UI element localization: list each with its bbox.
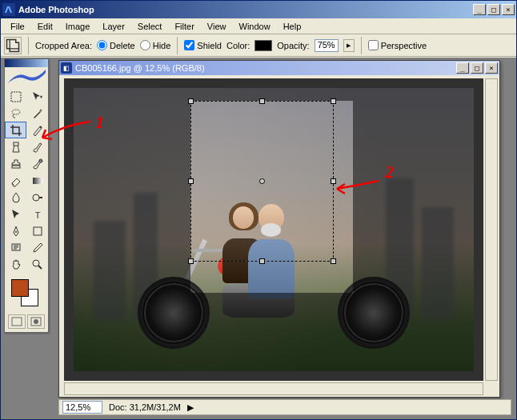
path-selection-tool[interactable] bbox=[5, 206, 26, 222]
svg-point-7 bbox=[33, 194, 39, 201]
cropped-area-hide[interactable]: Hide bbox=[140, 40, 171, 50]
crop-shield-bottom bbox=[64, 293, 483, 381]
foreground-color[interactable] bbox=[11, 279, 29, 297]
status-bar: 12,5% Doc: 31,2M/31,2M ▶ bbox=[58, 399, 511, 415]
opacity-stepper[interactable]: ▶ bbox=[343, 39, 355, 52]
gradient-tool[interactable] bbox=[26, 172, 48, 189]
workspace: T ◧ CB005166.jpg @ 12,5% (RGB/8) bbox=[1, 58, 516, 419]
crop-handle-bc[interactable] bbox=[259, 258, 265, 264]
menubar: File Edit Image Layer Select Filter View… bbox=[1, 18, 516, 34]
document-title: CB005166.jpg @ 12,5% (RGB/8) bbox=[75, 63, 456, 73]
window-button-group: _ □ × bbox=[473, 4, 515, 15]
crop-handle-tr[interactable] bbox=[331, 98, 336, 104]
crop-handle-br[interactable] bbox=[331, 258, 336, 264]
document-titlebar[interactable]: ◧ CB005166.jpg @ 12,5% (RGB/8) _ □ × bbox=[59, 61, 499, 75]
crop-shield-top bbox=[64, 78, 483, 101]
slice-tool[interactable] bbox=[26, 122, 48, 138]
svg-rect-0 bbox=[2, 3, 15, 16]
eraser-tool[interactable] bbox=[5, 172, 26, 189]
zoom-tool[interactable] bbox=[26, 256, 48, 273]
svg-point-9 bbox=[15, 231, 17, 233]
horizontal-scrollbar[interactable] bbox=[64, 382, 483, 395]
doc-maximize-button[interactable]: □ bbox=[471, 62, 483, 74]
crop-shield-left bbox=[64, 101, 190, 293]
crop-handle-tl[interactable] bbox=[188, 98, 194, 104]
canvas[interactable] bbox=[64, 78, 483, 381]
blur-tool[interactable] bbox=[5, 189, 26, 206]
svg-text:T: T bbox=[34, 210, 40, 220]
doc-size-readout: Doc: 31,2M/31,2M bbox=[109, 402, 181, 412]
clone-stamp-tool[interactable] bbox=[5, 155, 26, 172]
eyedropper-tool[interactable] bbox=[26, 239, 48, 256]
marquee-tool[interactable] bbox=[5, 88, 26, 105]
cropped-area-delete[interactable]: Delete bbox=[97, 40, 135, 50]
notes-tool[interactable] bbox=[5, 239, 26, 256]
toolbox-header[interactable] bbox=[5, 59, 48, 67]
menu-window[interactable]: Window bbox=[233, 20, 277, 33]
color-picker bbox=[5, 276, 48, 311]
toolbox-logo bbox=[5, 67, 48, 86]
opacity-label: Opacity: bbox=[277, 41, 309, 50]
menu-view[interactable]: View bbox=[201, 20, 233, 33]
crop-handle-tc[interactable] bbox=[259, 98, 265, 104]
dodge-tool[interactable] bbox=[26, 189, 48, 206]
shield-color-swatch[interactable] bbox=[254, 40, 272, 51]
history-brush-tool[interactable] bbox=[26, 155, 48, 172]
menu-image[interactable]: Image bbox=[59, 20, 97, 33]
crop-handle-bl[interactable] bbox=[188, 258, 194, 264]
svg-rect-4 bbox=[12, 166, 20, 168]
type-tool[interactable]: T bbox=[26, 206, 48, 222]
cropped-area-label: Cropped Area: bbox=[35, 41, 92, 50]
mode-buttons bbox=[5, 314, 48, 332]
healing-brush-tool[interactable] bbox=[5, 138, 26, 155]
crop-marquee[interactable] bbox=[190, 101, 334, 262]
status-arrow-icon[interactable]: ▶ bbox=[187, 402, 194, 413]
app-window: Adobe Photoshop _ □ × File Edit Image La… bbox=[0, 0, 517, 420]
svg-point-2 bbox=[12, 110, 20, 114]
menu-help[interactable]: Help bbox=[277, 20, 308, 33]
svg-point-15 bbox=[34, 319, 38, 324]
crop-handle-ml[interactable] bbox=[188, 178, 194, 184]
menu-select[interactable]: Select bbox=[131, 20, 169, 33]
crop-tool[interactable] bbox=[5, 122, 26, 138]
menu-edit[interactable]: Edit bbox=[31, 20, 59, 33]
tool-grid: T bbox=[5, 88, 48, 273]
perspective-checkbox[interactable]: Perspective bbox=[368, 40, 427, 50]
pen-tool[interactable] bbox=[5, 222, 26, 239]
crop-handle-mr[interactable] bbox=[331, 178, 336, 184]
brush-tool[interactable] bbox=[26, 138, 48, 155]
menu-file[interactable]: File bbox=[4, 20, 31, 33]
menu-filter[interactable]: Filter bbox=[168, 20, 200, 33]
svg-rect-10 bbox=[34, 227, 42, 235]
hand-tool[interactable] bbox=[5, 256, 26, 273]
move-tool[interactable] bbox=[26, 88, 48, 105]
shield-color-label: Color: bbox=[226, 41, 250, 50]
app-icon bbox=[2, 3, 15, 16]
shield-checkbox[interactable]: Shield bbox=[184, 40, 222, 50]
options-bar: Cropped Area: Delete Hide Shield Color: … bbox=[1, 34, 516, 57]
quickmask-mode-button[interactable] bbox=[27, 314, 45, 329]
opacity-field[interactable]: 75% bbox=[315, 39, 339, 52]
maximize-button[interactable]: □ bbox=[487, 4, 500, 15]
svg-rect-6 bbox=[33, 178, 42, 184]
svg-rect-13 bbox=[12, 318, 22, 326]
doc-minimize-button[interactable]: _ bbox=[456, 62, 469, 74]
document-window: ◧ CB005166.jpg @ 12,5% (RGB/8) _ □ × bbox=[58, 60, 500, 398]
svg-point-12 bbox=[33, 260, 39, 266]
lasso-tool[interactable] bbox=[5, 105, 26, 122]
minimize-button[interactable]: _ bbox=[473, 4, 486, 15]
menu-layer[interactable]: Layer bbox=[96, 20, 131, 33]
zoom-field[interactable]: 12,5% bbox=[62, 401, 102, 414]
close-button[interactable]: × bbox=[502, 4, 515, 15]
tool-preset-picker[interactable] bbox=[4, 37, 22, 54]
shape-tool[interactable] bbox=[26, 222, 48, 239]
crop-handle-center[interactable] bbox=[259, 178, 265, 184]
doc-close-button[interactable]: × bbox=[485, 62, 498, 74]
app-title: Adobe Photoshop bbox=[18, 5, 473, 14]
vertical-scrollbar[interactable] bbox=[485, 78, 498, 381]
titlebar[interactable]: Adobe Photoshop _ □ × bbox=[1, 1, 516, 18]
standard-mode-button[interactable] bbox=[8, 314, 26, 329]
crop-shield-right bbox=[353, 101, 483, 293]
toolbox[interactable]: T bbox=[4, 58, 49, 333]
magic-wand-tool[interactable] bbox=[26, 105, 48, 122]
